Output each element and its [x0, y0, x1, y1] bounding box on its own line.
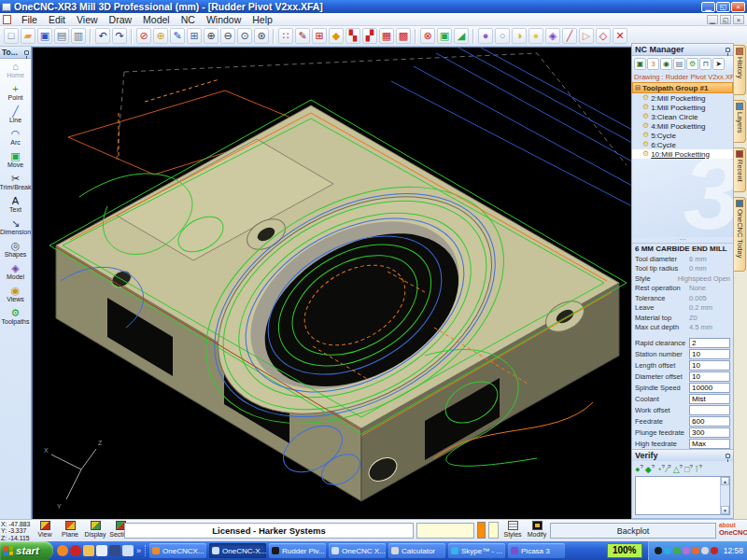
- tab-onecnc-today[interactable]: OneCNC Today: [734, 197, 746, 272]
- toolpath-group-header[interactable]: ⊟ Toolpath Group #1: [632, 82, 733, 93]
- tray-update-icon[interactable]: [664, 547, 671, 554]
- toolpath-item-4-mill-pocketting[interactable]: ⚙4:Mill Pocketting: [632, 121, 733, 131]
- verify-pin-icon[interactable]: ⊺?: [695, 461, 702, 475]
- menu-edit[interactable]: Edit: [43, 14, 71, 25]
- menu-window[interactable]: Window: [201, 14, 247, 25]
- section-line-icon[interactable]: ╱: [562, 28, 577, 44]
- mdi-restore-button[interactable]: ◱: [720, 15, 731, 24]
- tab-layers[interactable]: Layers: [734, 100, 746, 143]
- sidebar-item-shapes[interactable]: ◎Shapes: [0, 238, 31, 260]
- grid-pattern-d-icon[interactable]: ▩: [396, 28, 411, 44]
- pin-icon[interactable]: [726, 454, 730, 458]
- draw-pencil-icon[interactable]: ✎: [170, 28, 185, 44]
- zoom-out-icon[interactable]: ⊖: [220, 28, 235, 44]
- input-spindle-speed[interactable]: [689, 383, 730, 393]
- toolpath-item-3-clean-circle[interactable]: ⚙3:Clean Circle: [632, 112, 733, 121]
- sidebar-item-toolpaths[interactable]: ⚙Toolpaths: [0, 305, 31, 328]
- sketch-pencil-icon[interactable]: ✎: [295, 28, 310, 44]
- secondary-color-swatch[interactable]: [488, 522, 499, 539]
- sidebar-item-point[interactable]: +Point: [0, 81, 31, 104]
- backplot-icon[interactable]: ◉: [660, 58, 672, 70]
- verify-arc-icon[interactable]: ◔?: [656, 461, 665, 475]
- menu-model[interactable]: Model: [137, 14, 176, 25]
- open-folder-icon[interactable]: ▰: [21, 28, 35, 44]
- mdi-minimize-button[interactable]: ▁: [707, 15, 718, 24]
- grid-pattern-b-icon[interactable]: ▞: [362, 28, 377, 44]
- redo-icon[interactable]: ↷: [112, 28, 127, 44]
- verify-angle-icon[interactable]: ∕?: [667, 461, 671, 475]
- toolpath-gears-icon[interactable]: ⚙: [686, 58, 698, 70]
- tray-messenger-icon[interactable]: [683, 547, 690, 554]
- tray-display-icon[interactable]: [701, 547, 709, 554]
- input-rapid-clearance[interactable]: [689, 338, 730, 348]
- taskbar-window-picasa-3[interactable]: Picasa 3: [508, 543, 565, 558]
- sidebar-item-text[interactable]: AText: [0, 193, 31, 216]
- tray-shield-icon[interactable]: [673, 547, 681, 554]
- display-button[interactable]: Display: [84, 521, 106, 539]
- taskbar-window-onecncx[interactable]: OneCNCX...: [149, 543, 206, 558]
- surface-check-icon[interactable]: ◇: [596, 28, 611, 44]
- input-plunge-feedrate[interactable]: [689, 427, 730, 438]
- tray-app-icon[interactable]: [655, 547, 662, 554]
- input-coolant[interactable]: [689, 394, 730, 404]
- active-color-swatch[interactable]: [477, 522, 486, 539]
- verify-line-icon[interactable]: ◆?: [645, 461, 655, 475]
- toolpath-item-5-cycle[interactable]: ⚙5:Cycle: [632, 131, 733, 140]
- taskbar-window-onecnc-x[interactable]: OneCNC X...: [329, 543, 386, 558]
- menu-view[interactable]: View: [71, 14, 104, 25]
- machine-sim-icon[interactable]: ▣: [634, 58, 646, 70]
- input-work-offset[interactable]: [689, 405, 730, 415]
- toolpath-item-2-mill-pocketting[interactable]: ⚙2:Mill Pocketting: [632, 93, 733, 103]
- realplayer-quicklaunch-icon[interactable]: [70, 545, 81, 556]
- save-icon[interactable]: ▣: [37, 28, 52, 44]
- clock[interactable]: 12:58: [720, 546, 743, 555]
- tray-picasa-icon[interactable]: [692, 547, 699, 554]
- toolpath-item-10-mill-pocketting[interactable]: ⚙10:Mill Pocketting: [632, 149, 733, 159]
- new-document-icon[interactable]: □: [4, 28, 19, 44]
- zoom-all-icon[interactable]: ⊕: [153, 28, 168, 44]
- input-length-offset[interactable]: [689, 360, 730, 371]
- verify-triangle-icon[interactable]: △?: [673, 461, 683, 475]
- grid-pattern-a-icon[interactable]: ▚: [345, 28, 360, 44]
- tray-alert-icon[interactable]: [711, 547, 718, 554]
- shade-wireframe-icon[interactable]: ○: [495, 28, 510, 44]
- input-feedrate[interactable]: [689, 416, 730, 427]
- select-cursor-icon[interactable]: ➤: [712, 58, 725, 70]
- cancel-icon[interactable]: ⊗: [420, 28, 435, 44]
- sidebar-item-views[interactable]: ◉Views: [0, 283, 31, 305]
- start-button[interactable]: start: [0, 541, 53, 560]
- scroll-up-icon[interactable]: ▲: [721, 477, 729, 485]
- about-onecnc-logo[interactable]: about OneCNC: [719, 522, 747, 537]
- taskbar-window-skype[interactable]: Skype™ - ...: [448, 543, 505, 558]
- mdi-close-button[interactable]: ×: [733, 15, 744, 24]
- taskbar-window-rudder-piv[interactable]: Rudder Piv...: [269, 543, 326, 558]
- folder-quicklaunch-icon[interactable]: [83, 545, 94, 556]
- post-3-icon[interactable]: 3: [647, 58, 659, 70]
- print-preview-icon[interactable]: ▥: [71, 28, 86, 44]
- styles-button[interactable]: Styles: [501, 521, 524, 539]
- shade-smooth-icon[interactable]: ●: [478, 28, 493, 44]
- snap-grid-icon[interactable]: ∷: [278, 28, 293, 44]
- layout-quad-icon[interactable]: ⊞: [312, 28, 327, 44]
- quick-launch-overflow-icon[interactable]: »: [135, 546, 141, 555]
- taskbar-window-calculator[interactable]: Calculator: [388, 543, 445, 558]
- close-button[interactable]: ×: [731, 2, 745, 12]
- pin-icon[interactable]: [726, 48, 730, 52]
- sidebar-item-model[interactable]: ◈Model: [0, 260, 31, 283]
- view-button[interactable]: View: [34, 521, 56, 539]
- sidebar-item-trim-break[interactable]: ✂Trim/Break: [0, 171, 31, 193]
- sidebar-item-line[interactable]: ╱Line: [0, 104, 31, 126]
- stock-icon[interactable]: ◆: [329, 28, 344, 44]
- minimize-button[interactable]: ▁: [701, 2, 715, 12]
- tab-history[interactable]: History: [734, 45, 746, 95]
- pin-icon[interactable]: [24, 50, 29, 55]
- menu-help[interactable]: Help: [247, 14, 278, 25]
- show-desktop-icon[interactable]: [122, 545, 134, 556]
- verify-listbox[interactable]: ▲ ▼: [635, 476, 730, 515]
- swap-icon[interactable]: ◢: [454, 28, 469, 44]
- verify-scrollbar[interactable]: ▲ ▼: [720, 477, 729, 514]
- zoom-extents-icon[interactable]: ⊙: [237, 28, 252, 44]
- menu-draw[interactable]: Draw: [104, 14, 138, 25]
- sync-quicklaunch-icon[interactable]: [109, 545, 120, 556]
- solid-box-icon[interactable]: ◈: [545, 28, 560, 44]
